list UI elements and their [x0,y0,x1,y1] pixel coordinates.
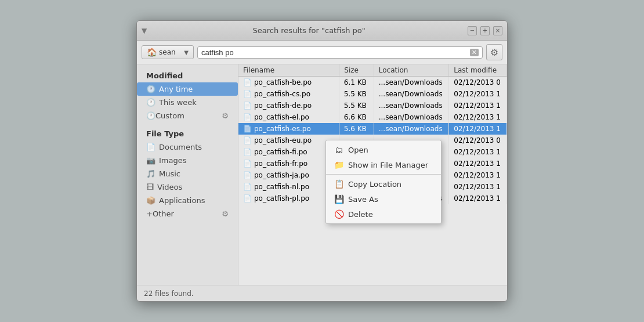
sidebar-item-label: Applications [159,196,205,205]
file-name-cell: 📄po_catfish-fr.po [238,158,339,169]
table-row[interactable]: 📄po_catfish-de.po5.5 KB...sean/Downloads… [238,100,507,111]
copy-location-label: Copy Location [348,180,401,189]
location-label: sean [159,48,176,56]
file-modified-cell: 02/12/2013 1 [449,111,507,123]
sidebar-item-images[interactable]: 📷 Images [137,154,238,167]
file-size-cell: 5.5 KB [339,100,374,111]
context-menu-divider [326,174,441,175]
file-icon: 📄 [243,171,252,179]
file-icon: 📄 [243,136,252,144]
save-as-icon: 💾 [334,194,343,204]
custom-gear-icon[interactable]: ⚙ [222,111,229,120]
file-size-cell: 5.5 KB [339,88,374,100]
sidebar-item-custom[interactable]: 🕐 Custom ⚙ [137,109,238,122]
filetype-section-title: File Type [137,127,238,140]
file-name-cell: 📄po_catfish-nl.po [238,181,339,193]
col-header-location: Location [374,64,449,77]
file-icon: 📄 [243,183,252,191]
window-title: Search results for "catfish po" [150,26,468,35]
open-label: Open [348,146,368,154]
table-row[interactable]: 📄po_catfish-es.po5.6 KB...sean/Downloads… [238,123,507,135]
sidebar-item-any-time[interactable]: 🕐 Any time [137,82,238,96]
delete-icon: 🚫 [334,209,343,219]
sidebar-item-other[interactable]: + Other ⚙ [137,207,238,220]
copy-location-icon: 📋 [334,179,343,189]
file-name-text: po_catfish-nl.po [254,183,309,191]
file-name-cell: 📄po_catfish-el.po [238,111,339,123]
file-name-cell: 📄po_catfish-be.po [238,77,339,88]
file-modified-cell: 02/12/2013 1 [449,100,507,111]
documents-icon: 📄 [146,143,155,151]
file-name-text: po_catfish-fr.po [254,160,307,168]
location-icon: 🏠 [147,48,157,57]
sidebar-item-applications[interactable]: 📦 Applications [137,194,238,207]
sidebar: Modified 🕐 Any time 🕐 This week 🕐 Custom… [137,64,238,285]
file-name-text: po_catfish-cs.po [254,90,310,98]
titlebar: ▼ Search results for "catfish po" − + × [137,21,507,41]
sidebar-item-this-week[interactable]: 🕐 This week [137,96,238,109]
chevron-icon[interactable]: ▼ [142,27,147,35]
file-name-text: po_catfish-ja.po [254,171,309,179]
file-size-cell: 6.1 KB [339,77,374,89]
images-icon: 📷 [146,156,155,165]
file-location-cell: ...sean/Downloads [374,77,449,89]
applications-icon: 📦 [146,196,155,205]
sidebar-item-label: Music [159,169,180,178]
file-name-cell: 📄po_catfish-de.po [238,100,339,111]
music-icon: 🎵 [146,169,155,178]
context-menu-item-delete[interactable]: 🚫Delete [326,207,441,222]
file-modified-cell: 02/12/2013 1 [449,158,507,169]
search-input[interactable] [201,48,470,57]
file-size-cell: 6.6 KB [339,111,374,123]
file-modified-cell: 02/12/2013 1 [449,181,507,193]
dropdown-arrow-icon: ▼ [184,49,189,56]
file-name-cell: 📄po_catfish-eu.po [238,135,339,146]
file-icon: 📄 [243,78,252,86]
sidebar-item-documents[interactable]: 📄 Documents [137,140,238,154]
file-icon: 📄 [243,125,252,133]
main-window: ▼ Search results for "catfish po" − + × … [136,20,508,302]
maximize-button[interactable]: + [480,26,490,35]
clock-icon: 🕐 [146,111,155,120]
col-header-modified: Last modifie [449,64,507,77]
file-name-cell: 📄po_catfish-es.po [238,123,339,135]
table-row[interactable]: 📄po_catfish-cs.po5.5 KB...sean/Downloads… [238,88,507,100]
context-menu-item-show-in-file-manager[interactable]: 📁Show in File Manager [326,157,441,172]
clock-icon: 🕐 [146,98,155,107]
minimize-button[interactable]: − [468,26,477,35]
sidebar-item-videos[interactable]: 🎞 Videos [137,180,238,194]
file-modified-cell: 02/12/2013 1 [449,123,507,135]
file-modified-cell: 02/12/2013 1 [449,88,507,100]
settings-button[interactable]: ⚙ [486,44,502,60]
file-location-cell: ...sean/Downloads [374,123,449,135]
context-menu-item-open[interactable]: 🗂Open [326,142,441,157]
sidebar-item-music[interactable]: 🎵 Music [137,167,238,180]
status-text: 22 files found. [144,290,194,298]
table-row[interactable]: 📄po_catfish-el.po6.6 KB...sean/Downloads… [238,111,507,123]
table-row[interactable]: 📄po_catfish-be.po6.1 KB...sean/Downloads… [238,77,507,89]
file-name-cell: 📄po_catfish-fi.po [238,146,339,158]
file-icon: 📄 [243,148,252,156]
file-name-cell: 📄po_catfish-pl.po [238,193,339,204]
titlebar-buttons: − + × [468,26,502,35]
file-location-cell: ...sean/Downloads [374,111,449,123]
save-as-label: Save As [348,195,378,204]
file-icon: 📄 [243,102,252,110]
sidebar-item-label: Custom [155,111,184,120]
file-icon: 📄 [243,113,252,121]
file-name-text: po_catfish-de.po [254,102,312,110]
file-list-area: Filename Size Location Last modifie 📄po_… [238,64,507,285]
context-menu-item-copy-location[interactable]: 📋Copy Location [326,176,441,191]
search-box: ✕ [197,46,483,59]
search-clear-button[interactable]: ✕ [470,49,479,56]
close-button[interactable]: × [493,26,502,35]
show-in-file-manager-label: Show in File Manager [348,161,428,169]
file-name-text: po_catfish-fi.po [254,148,307,156]
file-location-cell: ...sean/Downloads [374,88,449,100]
file-name-cell: 📄po_catfish-cs.po [238,88,339,100]
other-gear-icon[interactable]: ⚙ [222,209,229,218]
file-name-cell: 📄po_catfish-ja.po [238,169,339,181]
clock-icon: 🕐 [146,85,155,93]
location-button[interactable]: 🏠 sean ▼ [142,45,194,59]
context-menu-item-save-as[interactable]: 💾Save As [326,191,441,207]
